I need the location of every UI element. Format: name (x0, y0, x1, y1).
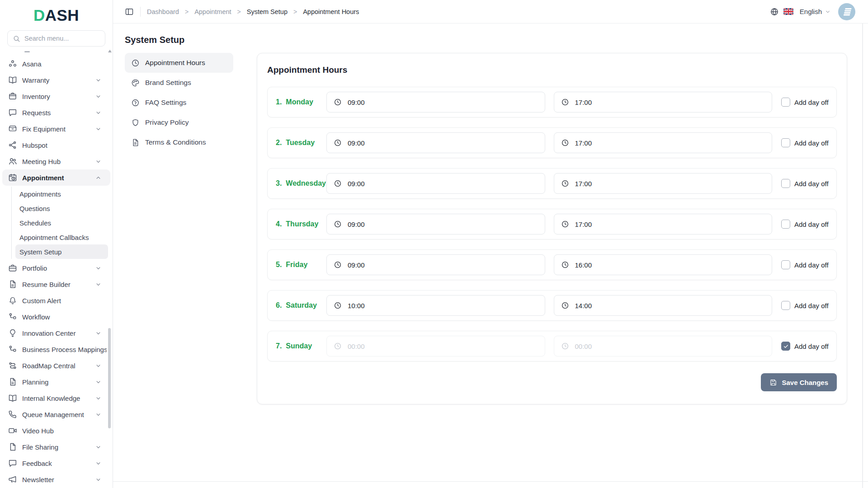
sidebar-subitem-system-setup[interactable]: System Setup (15, 244, 108, 259)
day-row-saturday: 6.Saturday 10:00 14:00 Add day off (267, 290, 837, 321)
add-day-off: Add day off (781, 98, 829, 107)
end-time-input[interactable]: 17:00 (554, 92, 773, 113)
add-day-off: Add day off (781, 138, 829, 147)
add-day-off-checkbox[interactable] (781, 98, 790, 107)
chevron-up-icon (95, 174, 102, 181)
file-text-icon (8, 280, 17, 289)
tab-appointment-hours[interactable]: Appointment Hours (125, 53, 233, 73)
sidebar-scrollbar[interactable] (108, 49, 112, 488)
breadcrumb-dashboard[interactable]: Dashboard (147, 8, 179, 15)
sidebar-subitem-appointment-callbacks[interactable]: Appointment Callbacks (15, 230, 108, 244)
end-time-input[interactable]: 17:00 (554, 173, 773, 194)
sidebar-item-queue-management[interactable]: Queue Management (0, 406, 113, 422)
sidebar-item-inventory[interactable]: Inventory (0, 88, 113, 104)
language-selector[interactable]: English (783, 8, 831, 15)
end-time-input[interactable]: 17:00 (554, 214, 773, 235)
page-scrollbar-track[interactable] (862, 23, 863, 488)
sidebar-item-business-process-mappings[interactable]: Business Process Mappings (0, 341, 113, 357)
sidebar-item-workflow[interactable]: Workflow (0, 309, 113, 325)
save-changes-button[interactable]: Save Changes (761, 373, 837, 391)
sidebar-item-requests[interactable]: Requests (0, 104, 113, 121)
file-text-icon (8, 377, 17, 386)
sidebar-subitem-appointments[interactable]: Appointments (15, 187, 108, 201)
add-day-off-checkbox[interactable] (781, 220, 790, 229)
sidebar-item-feedback[interactable]: Feedback (0, 455, 113, 471)
sidebar-item-custom-alert[interactable]: Custom Alert (0, 292, 113, 309)
sidebar-item-label: Newsletter (22, 476, 95, 483)
page-title: System Setup (125, 35, 847, 45)
add-day-off-checkbox[interactable] (781, 260, 790, 269)
card-heading: Appointment Hours (267, 65, 837, 75)
add-day-off: Add day off (781, 342, 829, 351)
day-row-thursday: 4.Thursday 09:00 17:00 Add day off (267, 209, 837, 239)
sidebar-item-newsletter[interactable]: Newsletter (0, 471, 113, 488)
add-day-off-label: Add day off (794, 261, 829, 269)
start-time-input[interactable]: 09:00 (326, 173, 545, 194)
sidebar-item-portfolio[interactable]: Portfolio (0, 260, 113, 276)
sidebar-item-planning[interactable]: Planning (0, 374, 113, 390)
sidebar-item-resume-builder[interactable]: Resume Builder (0, 276, 113, 292)
breadcrumb-system-setup[interactable]: System Setup (247, 8, 288, 15)
avatar[interactable] (838, 3, 855, 20)
add-day-off-checkbox[interactable] (781, 179, 790, 188)
add-day-off-label: Add day off (794, 343, 829, 350)
day-number: 2. (276, 139, 282, 147)
breadcrumb-separator: > (293, 8, 297, 15)
search-input[interactable] (24, 35, 100, 42)
scrollbar-thumb[interactable] (108, 328, 111, 428)
start-time-input[interactable]: 09:00 (326, 92, 545, 113)
end-time-input[interactable]: 14:00 (554, 295, 773, 316)
add-day-off-checkbox[interactable] (781, 138, 790, 147)
sidebar-item-internal-knowledge[interactable]: Internal Knowledge (0, 390, 113, 406)
add-day-off-label: Add day off (794, 221, 829, 228)
breadcrumb-appointment-hours: Appointment Hours (303, 8, 359, 15)
sidebar-item-innovation-center[interactable]: Innovation Center (0, 325, 113, 341)
start-time-input[interactable]: 09:00 (326, 132, 545, 153)
uk-flag-icon (783, 8, 793, 15)
sidebar-toggle-icon[interactable] (125, 7, 134, 16)
start-time-value: 09:00 (348, 261, 365, 269)
sidebar-item-roadmap-central[interactable]: RoadMap Central (0, 357, 113, 374)
tab-faq-settings[interactable]: FAQ Settings (125, 93, 233, 113)
sidebar-item-hubspot[interactable]: Hubspot (0, 137, 113, 153)
chevron-down-icon (95, 476, 102, 483)
sidebar-subitem-schedules[interactable]: Schedules (15, 216, 108, 230)
sidebar-item-warranty[interactable]: Warranty (0, 72, 113, 88)
workflow-icon (8, 312, 17, 321)
clock-icon (561, 342, 569, 350)
day-rows: 1.Monday 09:00 17:00 Add day off 2.Tuesd… (267, 87, 837, 361)
end-time-value: 17:00 (575, 221, 592, 228)
tab-brand-settings[interactable]: Brand Settings (125, 73, 233, 93)
sidebar-item-video-hub[interactable]: Video Hub (0, 422, 113, 439)
start-time-input[interactable]: 10:00 (326, 295, 545, 316)
breadcrumb-appointment[interactable]: Appointment (194, 8, 231, 15)
sidebar-item-label: Business Process Mappings (22, 346, 107, 353)
sidebar-item-label: Planning (22, 378, 95, 386)
briefcase-icon (8, 263, 17, 272)
sidebar-item-appointment[interactable]: Appointment (2, 169, 110, 186)
end-time-input[interactable]: 16:00 (554, 254, 773, 275)
start-time-input[interactable]: 09:00 (326, 214, 545, 235)
sidebar-item-asana[interactable]: Asana (0, 56, 113, 72)
topbar: Dashboard > Appointment > System Setup >… (113, 0, 868, 23)
content: System Setup Appointment Hours Brand Set… (113, 23, 868, 404)
tab-privacy-policy[interactable]: Privacy Policy (125, 113, 233, 132)
clock-icon (561, 98, 569, 106)
sidebar-subitem-questions[interactable]: Questions (15, 201, 108, 216)
scrollbar-up-arrow[interactable] (108, 50, 112, 52)
day-name: Wednesday (286, 179, 326, 188)
sidebar-item-meeting-hub[interactable]: Meeting Hub (0, 153, 113, 169)
end-time-input[interactable]: 17:00 (554, 132, 773, 153)
add-day-off-checkbox[interactable] (781, 301, 790, 310)
sidebar-item-fix-equipment[interactable]: Fix Equipment (0, 121, 113, 137)
add-day-off-label: Add day off (794, 139, 829, 147)
start-time-input[interactable]: 00:00 (326, 336, 545, 357)
start-time-value: 09:00 (348, 221, 365, 228)
sidebar-item-label: Hubspot (22, 141, 107, 149)
tab-terms-conditions[interactable]: Terms & Conditions (125, 132, 233, 152)
add-day-off-checkbox[interactable] (781, 342, 790, 351)
end-time-input[interactable]: 00:00 (554, 336, 773, 357)
start-time-input[interactable]: 09:00 (326, 254, 545, 275)
sidebar-item-file-sharing[interactable]: File Sharing (0, 439, 113, 455)
shield-icon (131, 118, 140, 127)
